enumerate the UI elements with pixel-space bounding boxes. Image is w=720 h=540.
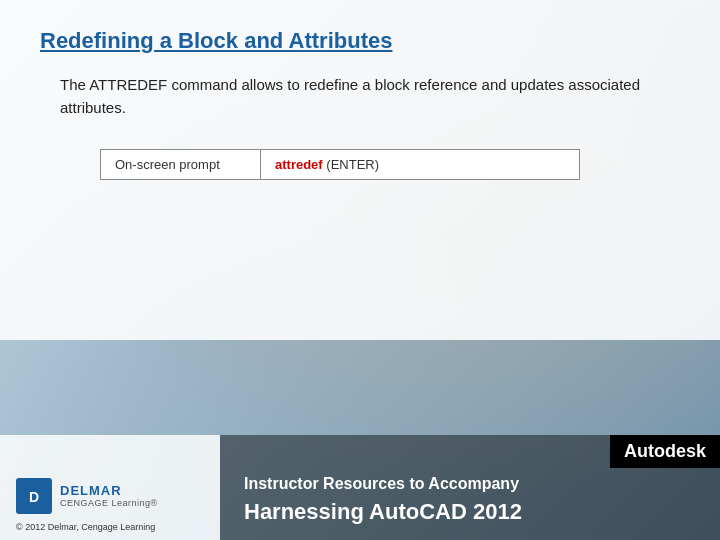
footer-right: Autodesk Instructor Resources to Accompa… — [220, 435, 720, 540]
command-highlight: attredef — [275, 157, 323, 172]
page-title: Redefining a Block and Attributes — [40, 28, 680, 54]
delmar-logo-icon: D — [16, 478, 52, 514]
command-table: On-screen prompt attredef (ENTER) — [100, 149, 580, 180]
logo-delmar-text: DELMAR — [60, 484, 158, 498]
footer-book-title: Harnessing AutoCAD 2012 — [244, 499, 700, 525]
logo-text-block: DELMAR CENGAGE Learning® — [60, 484, 158, 508]
logo-cengage-text: CENGAGE Learning® — [60, 498, 158, 508]
footer-instructor-line: Instructor Resources to Accompany — [244, 474, 700, 495]
autodesk-badge: Autodesk — [610, 435, 720, 468]
command-suffix: (ENTER) — [323, 157, 379, 172]
footer: D DELMAR CENGAGE Learning® © 2012 Delmar… — [0, 435, 720, 540]
table-row: On-screen prompt attredef (ENTER) — [101, 150, 580, 180]
command-cell: attredef (ENTER) — [261, 150, 580, 180]
main-content: Redefining a Block and Attributes The AT… — [0, 0, 720, 200]
svg-text:D: D — [29, 489, 39, 505]
delmar-logo: D DELMAR CENGAGE Learning® — [16, 478, 208, 514]
description-text: The ATTREDEF command allows to redefine … — [40, 74, 680, 119]
footer-left: D DELMAR CENGAGE Learning® © 2012 Delmar… — [0, 435, 220, 540]
prompt-cell: On-screen prompt — [101, 150, 261, 180]
copyright-text: © 2012 Delmar, Cengage Learning — [16, 522, 208, 532]
